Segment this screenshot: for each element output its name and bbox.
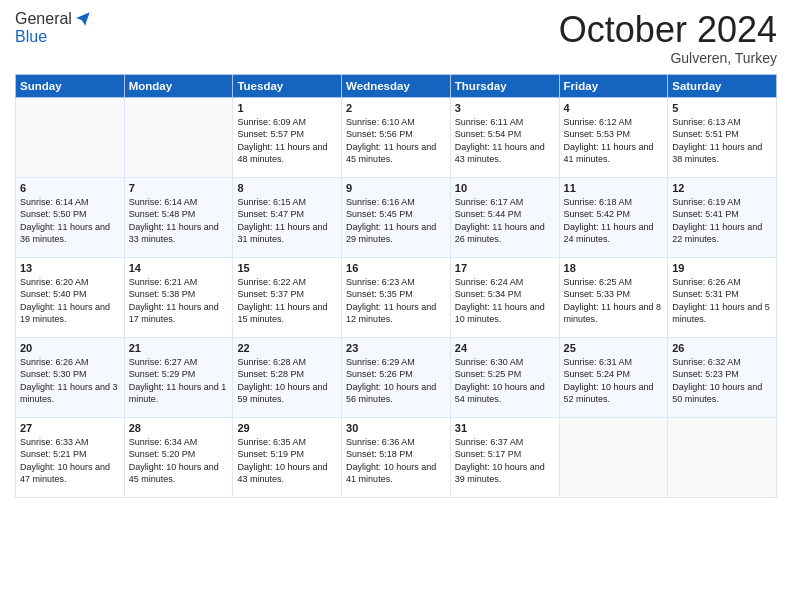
- day-number: 24: [455, 342, 555, 354]
- day-info: Sunrise: 6:20 AMSunset: 5:40 PMDaylight:…: [20, 276, 120, 326]
- day-number: 18: [564, 262, 664, 274]
- calendar-cell: [124, 97, 233, 177]
- calendar-cell: 29Sunrise: 6:35 AMSunset: 5:19 PMDayligh…: [233, 417, 342, 497]
- day-info: Sunrise: 6:12 AMSunset: 5:53 PMDaylight:…: [564, 116, 664, 166]
- calendar-cell: 20Sunrise: 6:26 AMSunset: 5:30 PMDayligh…: [16, 337, 125, 417]
- calendar-cell: 5Sunrise: 6:13 AMSunset: 5:51 PMDaylight…: [668, 97, 777, 177]
- calendar-day-header: Wednesday: [342, 74, 451, 97]
- day-info: Sunrise: 6:29 AMSunset: 5:26 PMDaylight:…: [346, 356, 446, 406]
- day-info: Sunrise: 6:35 AMSunset: 5:19 PMDaylight:…: [237, 436, 337, 486]
- calendar-day-header: Thursday: [450, 74, 559, 97]
- logo: General Blue: [15, 10, 92, 46]
- calendar-cell: 26Sunrise: 6:32 AMSunset: 5:23 PMDayligh…: [668, 337, 777, 417]
- day-info: Sunrise: 6:10 AMSunset: 5:56 PMDaylight:…: [346, 116, 446, 166]
- logo-general-text: General: [15, 10, 72, 28]
- day-number: 6: [20, 182, 120, 194]
- day-number: 17: [455, 262, 555, 274]
- calendar-cell: 22Sunrise: 6:28 AMSunset: 5:28 PMDayligh…: [233, 337, 342, 417]
- calendar-day-header: Sunday: [16, 74, 125, 97]
- day-number: 1: [237, 102, 337, 114]
- day-number: 13: [20, 262, 120, 274]
- calendar-week-row: 13Sunrise: 6:20 AMSunset: 5:40 PMDayligh…: [16, 257, 777, 337]
- calendar-cell: 15Sunrise: 6:22 AMSunset: 5:37 PMDayligh…: [233, 257, 342, 337]
- day-number: 11: [564, 182, 664, 194]
- day-number: 31: [455, 422, 555, 434]
- calendar-week-row: 1Sunrise: 6:09 AMSunset: 5:57 PMDaylight…: [16, 97, 777, 177]
- logo-bird-icon: [74, 10, 92, 28]
- day-info: Sunrise: 6:33 AMSunset: 5:21 PMDaylight:…: [20, 436, 120, 486]
- day-info: Sunrise: 6:36 AMSunset: 5:18 PMDaylight:…: [346, 436, 446, 486]
- calendar-cell: 3Sunrise: 6:11 AMSunset: 5:54 PMDaylight…: [450, 97, 559, 177]
- day-info: Sunrise: 6:13 AMSunset: 5:51 PMDaylight:…: [672, 116, 772, 166]
- calendar-week-row: 6Sunrise: 6:14 AMSunset: 5:50 PMDaylight…: [16, 177, 777, 257]
- day-info: Sunrise: 6:09 AMSunset: 5:57 PMDaylight:…: [237, 116, 337, 166]
- calendar-cell: 19Sunrise: 6:26 AMSunset: 5:31 PMDayligh…: [668, 257, 777, 337]
- day-info: Sunrise: 6:14 AMSunset: 5:48 PMDaylight:…: [129, 196, 229, 246]
- day-info: Sunrise: 6:32 AMSunset: 5:23 PMDaylight:…: [672, 356, 772, 406]
- calendar-day-header: Saturday: [668, 74, 777, 97]
- day-number: 26: [672, 342, 772, 354]
- calendar-cell: 27Sunrise: 6:33 AMSunset: 5:21 PMDayligh…: [16, 417, 125, 497]
- calendar-cell: 11Sunrise: 6:18 AMSunset: 5:42 PMDayligh…: [559, 177, 668, 257]
- calendar-cell: 9Sunrise: 6:16 AMSunset: 5:45 PMDaylight…: [342, 177, 451, 257]
- day-number: 3: [455, 102, 555, 114]
- calendar-cell: 8Sunrise: 6:15 AMSunset: 5:47 PMDaylight…: [233, 177, 342, 257]
- header: General Blue October 2024 Gulveren, Turk…: [15, 10, 777, 66]
- title-block: October 2024 Gulveren, Turkey: [559, 10, 777, 66]
- calendar-cell: 21Sunrise: 6:27 AMSunset: 5:29 PMDayligh…: [124, 337, 233, 417]
- day-number: 2: [346, 102, 446, 114]
- calendar-cell: [559, 417, 668, 497]
- day-number: 20: [20, 342, 120, 354]
- day-info: Sunrise: 6:37 AMSunset: 5:17 PMDaylight:…: [455, 436, 555, 486]
- calendar-cell: 28Sunrise: 6:34 AMSunset: 5:20 PMDayligh…: [124, 417, 233, 497]
- day-info: Sunrise: 6:34 AMSunset: 5:20 PMDaylight:…: [129, 436, 229, 486]
- calendar-cell: 17Sunrise: 6:24 AMSunset: 5:34 PMDayligh…: [450, 257, 559, 337]
- day-number: 19: [672, 262, 772, 274]
- calendar-cell: 12Sunrise: 6:19 AMSunset: 5:41 PMDayligh…: [668, 177, 777, 257]
- day-info: Sunrise: 6:26 AMSunset: 5:31 PMDaylight:…: [672, 276, 772, 326]
- day-number: 10: [455, 182, 555, 194]
- calendar-cell: 23Sunrise: 6:29 AMSunset: 5:26 PMDayligh…: [342, 337, 451, 417]
- day-number: 21: [129, 342, 229, 354]
- day-number: 8: [237, 182, 337, 194]
- calendar-cell: 13Sunrise: 6:20 AMSunset: 5:40 PMDayligh…: [16, 257, 125, 337]
- day-number: 16: [346, 262, 446, 274]
- day-info: Sunrise: 6:30 AMSunset: 5:25 PMDaylight:…: [455, 356, 555, 406]
- day-number: 9: [346, 182, 446, 194]
- day-info: Sunrise: 6:25 AMSunset: 5:33 PMDaylight:…: [564, 276, 664, 326]
- day-number: 23: [346, 342, 446, 354]
- day-number: 28: [129, 422, 229, 434]
- day-number: 4: [564, 102, 664, 114]
- day-info: Sunrise: 6:23 AMSunset: 5:35 PMDaylight:…: [346, 276, 446, 326]
- logo-blue-text: Blue: [15, 28, 47, 45]
- day-info: Sunrise: 6:18 AMSunset: 5:42 PMDaylight:…: [564, 196, 664, 246]
- day-info: Sunrise: 6:26 AMSunset: 5:30 PMDaylight:…: [20, 356, 120, 406]
- calendar-day-header: Tuesday: [233, 74, 342, 97]
- calendar-table: SundayMondayTuesdayWednesdayThursdayFrid…: [15, 74, 777, 498]
- calendar-header-row: SundayMondayTuesdayWednesdayThursdayFrid…: [16, 74, 777, 97]
- day-number: 12: [672, 182, 772, 194]
- calendar-cell: 7Sunrise: 6:14 AMSunset: 5:48 PMDaylight…: [124, 177, 233, 257]
- month-title: October 2024: [559, 10, 777, 50]
- calendar-week-row: 20Sunrise: 6:26 AMSunset: 5:30 PMDayligh…: [16, 337, 777, 417]
- calendar-cell: 24Sunrise: 6:30 AMSunset: 5:25 PMDayligh…: [450, 337, 559, 417]
- calendar-cell: 10Sunrise: 6:17 AMSunset: 5:44 PMDayligh…: [450, 177, 559, 257]
- day-number: 15: [237, 262, 337, 274]
- day-number: 14: [129, 262, 229, 274]
- day-number: 7: [129, 182, 229, 194]
- day-info: Sunrise: 6:15 AMSunset: 5:47 PMDaylight:…: [237, 196, 337, 246]
- day-info: Sunrise: 6:27 AMSunset: 5:29 PMDaylight:…: [129, 356, 229, 406]
- day-info: Sunrise: 6:28 AMSunset: 5:28 PMDaylight:…: [237, 356, 337, 406]
- day-info: Sunrise: 6:16 AMSunset: 5:45 PMDaylight:…: [346, 196, 446, 246]
- calendar-day-header: Friday: [559, 74, 668, 97]
- day-number: 5: [672, 102, 772, 114]
- day-info: Sunrise: 6:19 AMSunset: 5:41 PMDaylight:…: [672, 196, 772, 246]
- day-info: Sunrise: 6:22 AMSunset: 5:37 PMDaylight:…: [237, 276, 337, 326]
- calendar-cell: 25Sunrise: 6:31 AMSunset: 5:24 PMDayligh…: [559, 337, 668, 417]
- day-info: Sunrise: 6:21 AMSunset: 5:38 PMDaylight:…: [129, 276, 229, 326]
- calendar-cell: 1Sunrise: 6:09 AMSunset: 5:57 PMDaylight…: [233, 97, 342, 177]
- day-info: Sunrise: 6:17 AMSunset: 5:44 PMDaylight:…: [455, 196, 555, 246]
- calendar-cell: 30Sunrise: 6:36 AMSunset: 5:18 PMDayligh…: [342, 417, 451, 497]
- location: Gulveren, Turkey: [559, 50, 777, 66]
- day-info: Sunrise: 6:24 AMSunset: 5:34 PMDaylight:…: [455, 276, 555, 326]
